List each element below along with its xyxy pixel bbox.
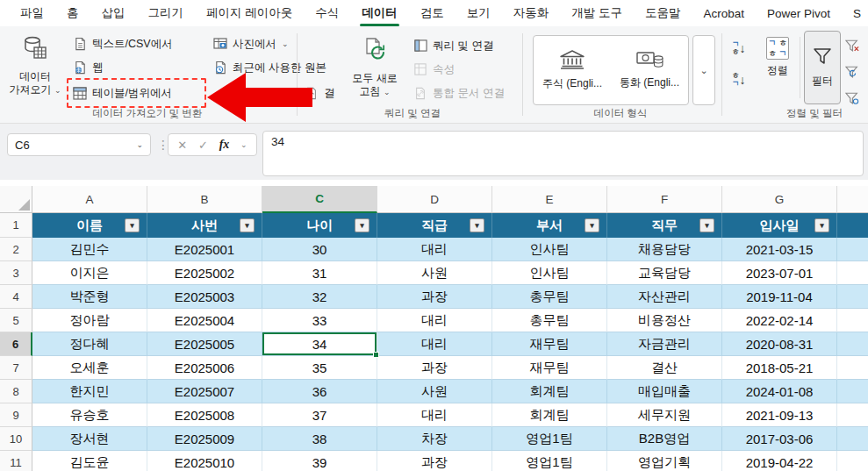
cell-F7[interactable]: 결산: [607, 356, 722, 380]
cell-A6[interactable]: 정다혜: [32, 332, 147, 356]
cell-D7[interactable]: 과장: [377, 356, 492, 380]
filter-dropdown-button[interactable]: ▾: [585, 218, 599, 232]
table-header-부서[interactable]: 부서▾: [492, 213, 607, 238]
cell-F9[interactable]: 세무지원: [607, 403, 722, 427]
cell-B10[interactable]: E2025009: [147, 427, 262, 451]
cell-D11[interactable]: 과장: [377, 451, 492, 471]
currency-data-type[interactable]: 통화 (Engli...: [611, 36, 688, 104]
cell-C10[interactable]: 38: [262, 427, 377, 451]
cell-A7[interactable]: 오세훈: [32, 356, 147, 380]
cell-D2[interactable]: 대리: [377, 238, 492, 261]
from-table-range-button[interactable]: 테이블/범위에서: [70, 82, 175, 103]
cell-C6[interactable]: 34: [262, 332, 377, 356]
cell-G3[interactable]: 2023-07-01: [722, 261, 837, 285]
stocks-data-type[interactable]: 주식 (Engli...: [534, 36, 611, 104]
tab-파일[interactable]: 파일: [9, 0, 55, 26]
cell-E7[interactable]: 재무팀: [492, 356, 607, 380]
column-header-D[interactable]: D: [377, 186, 492, 213]
tab-Acrobat[interactable]: Acrobat: [692, 0, 757, 26]
insert-function-button[interactable]: fx: [219, 138, 230, 152]
cell-E4[interactable]: 총무팀: [492, 285, 607, 309]
cell-G6[interactable]: 2020-08-31: [722, 332, 837, 356]
row-header-10[interactable]: 10: [0, 427, 32, 451]
sort-descending-button[interactable]: ㅎㄱ ↓: [730, 68, 748, 91]
cell-E9[interactable]: 회계팀: [492, 403, 607, 427]
cell-C4[interactable]: 32: [262, 285, 377, 309]
cell-B8[interactable]: E2025007: [147, 380, 262, 403]
table-header-직급[interactable]: 직급▾: [377, 213, 492, 238]
cell-C9[interactable]: 37: [262, 403, 377, 427]
tab-보기[interactable]: 보기: [456, 0, 502, 26]
row-header-5[interactable]: 5: [0, 309, 32, 332]
cell-E6[interactable]: 재무팀: [492, 332, 607, 356]
row-header-7[interactable]: 7: [0, 356, 32, 380]
cell-A4[interactable]: 박준형: [32, 285, 147, 309]
filter-button[interactable]: 필터: [804, 31, 841, 104]
column-header-A[interactable]: A: [32, 186, 147, 213]
cell-E8[interactable]: 회계팀: [492, 380, 607, 403]
cell-C2[interactable]: 30: [262, 238, 377, 261]
cell-B7[interactable]: E2025006: [147, 356, 262, 380]
cell-E2[interactable]: 인사팀: [492, 238, 607, 261]
filter-dropdown-button[interactable]: ▾: [699, 218, 714, 232]
name-box[interactable]: C6 ⌄: [7, 133, 151, 156]
cell-C8[interactable]: 36: [262, 380, 377, 403]
cell-E3[interactable]: 인사팀: [492, 261, 607, 285]
from-text-csv-button[interactable]: 텍스트/CSV에서: [70, 33, 176, 54]
cell-F4[interactable]: 자산관리: [607, 285, 722, 309]
sort-button[interactable]: ㄱㅎ ㅎㄱ 정렬: [757, 33, 799, 100]
filter-dropdown-button[interactable]: ▾: [470, 218, 484, 232]
tab-S[interactable]: S: [842, 0, 868, 26]
column-header-G[interactable]: G: [722, 186, 837, 213]
cell-F10[interactable]: B2B영업: [607, 427, 722, 451]
cell-A3[interactable]: 이지은: [32, 261, 147, 285]
column-header-C[interactable]: C: [262, 186, 377, 213]
table-header-입사일[interactable]: 입사일▾: [722, 213, 837, 238]
cell-E10[interactable]: 영업1팀: [492, 427, 607, 451]
cell-C5[interactable]: 33: [262, 309, 377, 332]
row-header-8[interactable]: 8: [0, 380, 32, 403]
cell-F8[interactable]: 매입매출: [607, 380, 722, 403]
data-types-gallery-dropdown[interactable]: ⌄: [692, 35, 715, 105]
cancel-icon[interactable]: ✕: [177, 139, 187, 152]
column-header-partial[interactable]: [837, 186, 868, 213]
cell-D10[interactable]: 차장: [377, 427, 492, 451]
row-header-3[interactable]: 3: [0, 261, 32, 285]
row-header-9[interactable]: 9: [0, 403, 32, 427]
cell-C7[interactable]: 35: [262, 356, 377, 380]
cell-D3[interactable]: 사원: [377, 261, 492, 285]
cell-A9[interactable]: 유승호: [32, 403, 147, 427]
cell-G9[interactable]: 2021-09-13: [722, 403, 837, 427]
cell-D8[interactable]: 사원: [377, 380, 492, 403]
cell-G8[interactable]: 2024-01-08: [722, 380, 837, 403]
enter-icon[interactable]: ✓: [198, 139, 208, 152]
tab-검토[interactable]: 검토: [409, 0, 456, 26]
cell-A2[interactable]: 김민수: [32, 238, 147, 261]
tab-개발 도구[interactable]: 개발 도구: [560, 0, 634, 26]
cell-F6[interactable]: 자금관리: [607, 332, 722, 356]
cell-E11[interactable]: 영업1팀: [492, 451, 607, 471]
cell-A10[interactable]: 장서현: [32, 427, 147, 451]
cell-B2[interactable]: E2025001: [147, 238, 262, 261]
from-picture-button[interactable]: 사진에서 ⌄: [211, 33, 291, 54]
fill-handle[interactable]: [373, 352, 379, 358]
cell-G10[interactable]: 2017-03-06: [722, 427, 837, 451]
filter-dropdown-button[interactable]: ▾: [240, 218, 255, 232]
cell-D9[interactable]: 대리: [377, 403, 492, 427]
cell-F3[interactable]: 교육담당: [607, 261, 722, 285]
advanced-filter-button-clipped[interactable]: [845, 88, 868, 109]
reapply-filter-button-clipped[interactable]: [845, 61, 868, 82]
cell-D5[interactable]: 대리: [377, 309, 492, 332]
cell-C3[interactable]: 31: [262, 261, 377, 285]
column-header-F[interactable]: F: [607, 186, 722, 213]
cell-E5[interactable]: 총무팀: [492, 309, 607, 332]
cell-F11[interactable]: 영업기획: [607, 451, 722, 471]
tab-홈[interactable]: 홈: [55, 0, 90, 26]
cell-F5[interactable]: 비용정산: [607, 309, 722, 332]
tab-그리기[interactable]: 그리기: [137, 0, 196, 26]
cell-B3[interactable]: E2025002: [147, 261, 262, 285]
filter-dropdown-button[interactable]: ▾: [125, 218, 140, 232]
cell-G11[interactable]: 2019-04-22: [722, 451, 837, 471]
cell-D4[interactable]: 과장: [377, 285, 492, 309]
cell-B5[interactable]: E2025004: [147, 309, 262, 332]
